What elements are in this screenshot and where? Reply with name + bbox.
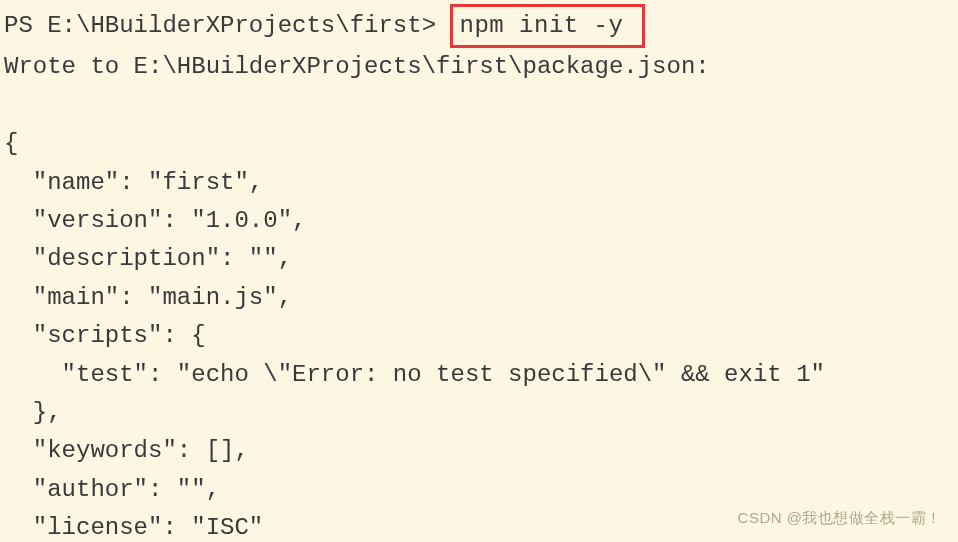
highlighted-command: npm init -y [450, 4, 645, 48]
blank-line [4, 87, 954, 125]
shell-prompt: PS E:\HBuilderXProjects\first> [4, 12, 450, 39]
output-wrote-line: Wrote to E:\HBuilderXProjects\first\pack… [4, 48, 954, 86]
terminal-prompt-line: PS E:\HBuilderXProjects\first> npm init … [4, 4, 954, 48]
watermark: CSDN @我也想做全栈一霸！ [738, 506, 942, 530]
json-output: { "name": "first", "version": "1.0.0", "… [4, 125, 954, 542]
